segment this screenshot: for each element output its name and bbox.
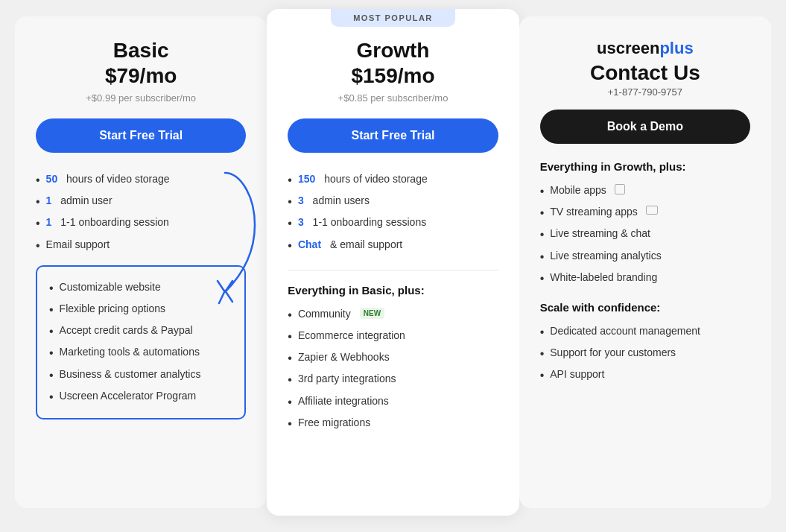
list-item: Mobile apps <box>540 180 750 202</box>
list-item: Live streaming analytics <box>540 246 750 267</box>
basic-cta-button[interactable]: Start Free Trial <box>36 118 246 153</box>
plus-plan-card: uscreenplus Contact Us +1-877-790-9757 B… <box>519 16 771 508</box>
plus-section2-label: Scale with confidence: <box>540 301 750 314</box>
uscreen-logo: uscreenplus <box>540 39 750 58</box>
list-item: 3 admin users <box>288 191 498 212</box>
growth-divider <box>288 270 498 270</box>
mobile-icon <box>615 184 625 194</box>
list-item: Marketing tools & automations <box>49 342 232 364</box>
plus-plan-title: Contact Us <box>540 61 750 85</box>
growth-extra-features: Community NEW Ecommerce integration Zapi… <box>288 304 498 434</box>
list-item: Ecommerce integration <box>288 326 498 347</box>
plus-section2-features: Dedicated account management Support for… <box>540 321 750 387</box>
growth-plan-card: MOST POPULAR Growth $159/mo +$0.85 per s… <box>267 9 519 516</box>
plus-cta-button[interactable]: Book a Demo <box>540 110 750 144</box>
growth-plan-subtitle: +$0.85 per subscriber/mo <box>288 92 498 104</box>
list-item: Accept credit cards & Paypal <box>49 320 232 342</box>
list-item: Live streaming & chat <box>540 224 750 245</box>
list-item: Zapier & Webhooks <box>288 347 498 369</box>
basic-boxed-features: Customizable website Flexible pricing op… <box>36 265 246 419</box>
basic-plan-price: $79/mo <box>36 64 246 88</box>
list-item: TV streaming apps <box>540 202 750 224</box>
basic-plan-subtitle: +$0.99 per subscriber/mo <box>36 92 246 104</box>
list-item: Flexible pricing options <box>49 299 232 320</box>
list-item: Community NEW <box>288 304 498 326</box>
basic-plan-title: Basic <box>36 39 246 63</box>
logo-uscreen-text: uscreen <box>597 39 659 57</box>
list-item: 1 1-1 onboarding session <box>36 212 246 234</box>
basic-plan-card: Basic $79/mo +$0.99 per subscriber/mo St… <box>15 16 267 508</box>
list-item: Uscreen Accelerator Program <box>49 386 232 408</box>
logo-plus-text: plus <box>659 39 693 57</box>
list-item: Chat & email support <box>288 235 498 256</box>
list-item: 150 hours of video storage <box>288 169 498 191</box>
plus-section1-label: Everything in Growth, plus: <box>540 160 750 173</box>
list-item: 1 admin user <box>36 191 246 212</box>
list-item: Email support <box>36 235 246 256</box>
basic-top-features: 50 hours of video storage 1 admin user 1… <box>36 169 246 256</box>
growth-top-features: 150 hours of video storage 3 admin users… <box>288 169 498 256</box>
growth-plan-price: $159/mo <box>288 64 498 88</box>
list-item: Affiliate integrations <box>288 391 498 413</box>
list-item: Business & customer analytics <box>49 364 232 386</box>
pricing-container: Basic $79/mo +$0.99 per subscriber/mo St… <box>15 16 771 516</box>
list-item: 3 1-1 onboarding sessions <box>288 212 498 234</box>
growth-cta-button[interactable]: Start Free Trial <box>288 118 498 153</box>
popular-badge: MOST POPULAR <box>331 9 455 27</box>
list-item: Dedicated account management <box>540 321 750 343</box>
popular-badge-wrapper: MOST POPULAR <box>267 9 519 27</box>
growth-plan-title: Growth <box>288 39 498 63</box>
list-item: Free migrations <box>288 413 498 434</box>
list-item: Customizable website <box>49 277 232 299</box>
list-item: White-labeled branding <box>540 267 750 289</box>
list-item: API support <box>540 364 750 386</box>
plus-phone-number: +1-877-790-9757 <box>540 86 750 98</box>
tv-icon <box>646 206 658 215</box>
list-item: 50 hours of video storage <box>36 169 246 191</box>
growth-section-label: Everything in Basic, plus: <box>288 284 498 297</box>
new-badge: NEW <box>360 308 384 319</box>
plus-section1-features: Mobile apps TV streaming apps Live strea… <box>540 180 750 289</box>
list-item: Support for your customers <box>540 343 750 364</box>
list-item: 3rd party integrations <box>288 369 498 390</box>
